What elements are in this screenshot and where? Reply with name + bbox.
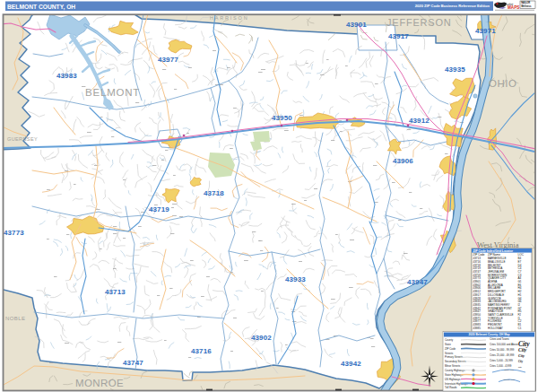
svg-text:2020 ZIP Code Business Referen: 2020 ZIP Code Business Reference Edition [415, 4, 490, 8]
svg-text:43912: 43912 [409, 117, 430, 125]
svg-text:State: State [445, 343, 451, 346]
svg-text:Streets: Streets [445, 352, 454, 355]
svg-text:County: County [445, 338, 454, 342]
svg-text:BELMONT: BELMONT [85, 87, 140, 98]
svg-text:US Highways: US Highways [445, 378, 461, 381]
svg-text:Cities 5,000 - 24,999: Cities 5,000 - 24,999 [490, 359, 513, 362]
svg-text:NAILOR: NAILOR [521, 1, 530, 4]
svg-text:Wellness: Wellness [521, 4, 532, 8]
svg-text:Cities 50,000 - 99,999: Cities 50,000 - 99,999 [490, 348, 515, 352]
svg-text:County Line: County Line [504, 379, 516, 381]
svg-text:43933: 43933 [285, 275, 306, 283]
svg-text:ZIP Code Index/Grid Locator: ZIP Code Index/Grid Locator [473, 249, 514, 253]
svg-text:State Highways: State Highways [445, 373, 464, 377]
svg-text:City: City [518, 353, 525, 358]
svg-text:Cities 25,000 - 49,999: Cities 25,000 - 49,999 [490, 353, 515, 357]
svg-text:C1: C1 [518, 327, 522, 330]
svg-text:Cities 100,000 and Above: Cities 100,000 and Above [490, 343, 518, 346]
svg-text:State Line: State Line [505, 369, 515, 371]
svg-text:Cities 1,000 - 4,999: Cities 1,000 - 4,999 [490, 364, 512, 368]
svg-text:43917: 43917 [388, 32, 409, 40]
svg-text:Primary Streets: Primary Streets [445, 355, 463, 359]
svg-text:43977: 43977 [158, 56, 178, 64]
svg-text:City: City [518, 347, 527, 353]
svg-text:43950: 43950 [272, 114, 292, 122]
svg-text:43716: 43716 [191, 347, 212, 355]
svg-text:43983: 43983 [56, 72, 77, 80]
svg-text:OHIO: OHIO [489, 78, 516, 89]
svg-text:43902: 43902 [251, 334, 272, 342]
svg-text:Toll Roads: Toll Roads [445, 386, 457, 389]
svg-text:GUERNSEY: GUERNSEY [7, 136, 38, 142]
svg-text:HOLLOWAY: HOLLOWAY [488, 327, 503, 330]
svg-text:43947: 43947 [407, 278, 428, 286]
svg-text:NOBLE: NOBLE [5, 316, 25, 321]
svg-text:43942: 43942 [341, 360, 361, 368]
svg-text:ZIP Code: ZIP Code [445, 347, 456, 351]
svg-text:43935: 43935 [445, 65, 465, 74]
svg-text:43747: 43747 [123, 359, 143, 367]
svg-text:MAPS: MAPS [508, 5, 519, 10]
svg-text:43773: 43773 [4, 229, 24, 237]
svg-text:43971: 43971 [475, 27, 496, 35]
svg-text:City: City [518, 360, 524, 363]
svg-text:Minor Streets: Minor Streets [445, 364, 461, 368]
svg-text:West Virginia: West Virginia [477, 240, 519, 249]
svg-text:43901: 43901 [346, 21, 367, 29]
svg-text:43985: 43985 [473, 327, 482, 330]
svg-text:HARRISON: HARRISON [210, 15, 248, 21]
svg-text:BELMONT COUNTY, OH: BELMONT COUNTY, OH [7, 4, 75, 11]
svg-text:43719: 43719 [149, 205, 169, 213]
svg-text:MONROE: MONROE [75, 378, 124, 388]
svg-text:Cities and Towns: Cities and Towns [490, 337, 509, 341]
svg-text:43906: 43906 [393, 157, 413, 165]
svg-text:JEFFERSON: JEFFERSON [386, 17, 452, 28]
svg-text:43718: 43718 [204, 189, 224, 197]
svg-text:2020 Belmont County, OH Map: 2020 Belmont County, OH Map [468, 333, 509, 336]
svg-text:43713: 43713 [105, 288, 126, 296]
